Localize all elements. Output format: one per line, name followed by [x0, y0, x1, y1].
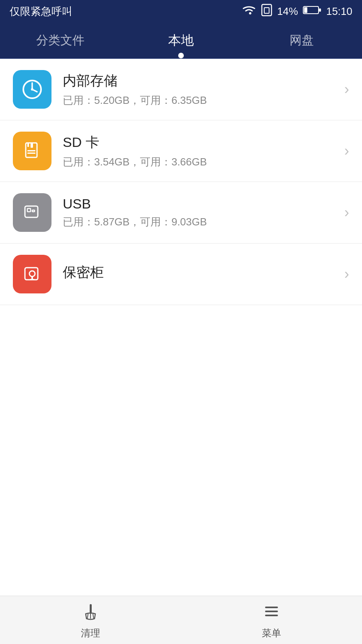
tab-active-indicator — [178, 53, 184, 58]
usb-subtitle: 已用：5.87GB，可用：9.03GB — [63, 215, 338, 229]
internal-storage-item[interactable]: 内部存储 已用：5.20GB，可用：6.35GB › — [0, 59, 362, 120]
content-area: 内部存储 已用：5.20GB，可用：6.35GB › SD 卡 已用：3.54G… — [0, 59, 362, 596]
svg-rect-9 — [27, 143, 29, 147]
bottom-nav: 清理 菜单 — [0, 596, 362, 644]
internal-storage-title: 内部存储 — [63, 72, 338, 90]
internal-storage-icon — [13, 70, 51, 109]
tab-cloud[interactable]: 网盘 — [241, 23, 362, 58]
time: 15:10 — [326, 5, 352, 18]
svg-rect-13 — [27, 208, 31, 212]
svg-rect-3 — [304, 7, 307, 13]
internal-storage-chevron: › — [344, 81, 349, 98]
usb-icon — [13, 193, 51, 232]
sim-icon — [261, 4, 272, 19]
battery-icon — [303, 5, 321, 18]
tab-classify-label: 分类文件 — [36, 32, 84, 49]
svg-rect-10 — [27, 150, 35, 151]
status-icons: 14% 15:10 — [242, 4, 352, 19]
svg-rect-24 — [265, 611, 278, 612]
sd-card-subtitle: 已用：3.54GB，可用：3.66GB — [63, 155, 338, 169]
usb-text: USB 已用：5.87GB，可用：9.03GB — [63, 196, 338, 229]
svg-point-16 — [29, 271, 35, 277]
clean-nav-item[interactable]: 清理 — [0, 596, 181, 644]
svg-rect-11 — [27, 153, 35, 154]
svg-point-6 — [31, 88, 33, 91]
svg-rect-4 — [319, 8, 321, 12]
svg-line-20 — [87, 614, 88, 619]
svg-rect-23 — [265, 607, 278, 608]
status-bar: 仅限紧急呼叫 14% 15:10 — [0, 0, 362, 23]
sd-card-title: SD 卡 — [63, 133, 338, 152]
internal-storage-text: 内部存储 已用：5.20GB，可用：6.35GB — [63, 72, 338, 107]
sd-card-chevron: › — [344, 142, 349, 159]
clean-nav-label: 清理 — [81, 627, 100, 640]
sd-card-text: SD 卡 已用：3.54GB，可用：3.66GB — [63, 133, 338, 169]
menu-nav-label: 菜单 — [262, 627, 281, 640]
battery-percent: 14% — [277, 5, 298, 18]
svg-line-22 — [93, 614, 94, 619]
sd-card-item[interactable]: SD 卡 已用：3.54GB，可用：3.66GB › — [0, 120, 362, 182]
usb-chevron: › — [344, 204, 349, 221]
internal-storage-subtitle: 已用：5.20GB，可用：6.35GB — [63, 93, 338, 107]
svg-rect-1 — [264, 8, 269, 13]
vault-title: 保密柜 — [63, 263, 338, 282]
svg-rect-8 — [31, 143, 33, 148]
svg-rect-0 — [262, 4, 272, 16]
svg-rect-18 — [30, 279, 35, 280]
vault-item[interactable]: 保密柜 › — [0, 244, 362, 305]
svg-rect-25 — [265, 615, 278, 616]
usb-item[interactable]: USB 已用：5.87GB，可用：9.03GB › — [0, 182, 362, 244]
tab-local-label: 本地 — [168, 32, 194, 50]
menu-icon — [261, 601, 282, 623]
usb-title: USB — [63, 196, 338, 212]
sd-card-icon — [13, 132, 51, 170]
tab-bar: 分类文件 本地 网盘 — [0, 23, 362, 59]
tab-local[interactable]: 本地 — [121, 23, 241, 58]
svg-rect-14 — [32, 210, 35, 212]
svg-rect-12 — [25, 206, 38, 217]
emergency-text: 仅限紧急呼叫 — [10, 4, 72, 19]
broom-icon — [80, 601, 101, 623]
tab-classify[interactable]: 分类文件 — [0, 23, 121, 58]
svg-rect-17 — [31, 277, 33, 279]
menu-nav-item[interactable]: 菜单 — [181, 596, 362, 644]
tab-cloud-label: 网盘 — [290, 32, 314, 49]
svg-rect-19 — [90, 604, 92, 614]
wifi-icon — [242, 4, 256, 19]
vault-text: 保密柜 — [63, 263, 338, 285]
vault-chevron: › — [344, 266, 349, 283]
vault-icon — [13, 255, 51, 293]
